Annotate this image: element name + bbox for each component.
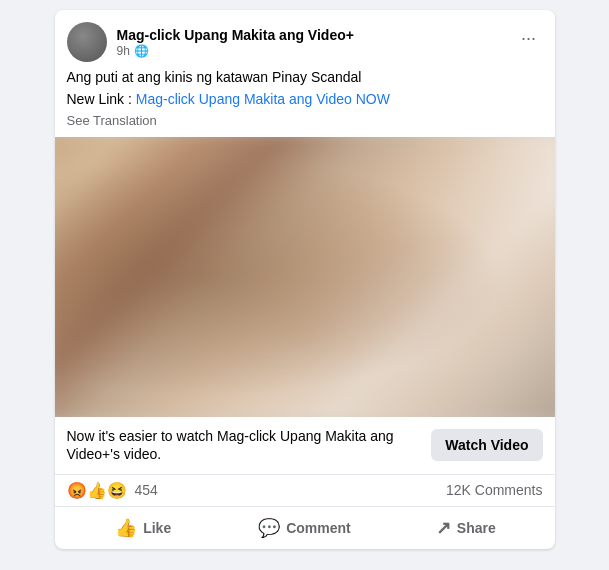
privacy-icon: 🌐: [134, 44, 149, 58]
avatar: [67, 22, 107, 62]
share-label: Share: [457, 520, 496, 536]
like-icon: 👍: [115, 517, 137, 539]
reactions-left: 😡 👍 😆 454: [67, 481, 158, 500]
action-bar: 👍 Like 💬 Comment ↗ Share: [55, 507, 555, 549]
comment-button[interactable]: 💬 Comment: [224, 509, 385, 547]
see-translation-link[interactable]: See Translation: [67, 113, 157, 128]
post-content: Ang puti at ang kinis ng katawan Pinay S…: [55, 68, 555, 137]
like-button[interactable]: 👍 Like: [63, 509, 224, 547]
comment-icon: 💬: [258, 517, 280, 539]
link-prefix: New Link :: [67, 91, 136, 107]
like-label: Like: [143, 520, 171, 536]
watch-video-button[interactable]: Watch Video: [431, 429, 542, 461]
post-image: [55, 137, 555, 417]
post-link-anchor[interactable]: Mag-click Upang Makita ang Video NOW: [136, 91, 390, 107]
more-options-button[interactable]: ···: [511, 20, 547, 56]
post-meta: Mag-click Upang Makita ang Video+ 9h 🌐: [117, 26, 543, 58]
reaction-count: 454: [135, 482, 158, 498]
watch-video-bar: Now it's easier to watch Mag-click Upang…: [55, 417, 555, 474]
angry-emoji: 😡: [67, 481, 87, 500]
post-author: Mag-click Upang Makita ang Video+: [117, 26, 543, 44]
emoji-stack: 😡 👍 😆: [67, 481, 127, 500]
blurred-image-overlay: [55, 137, 555, 417]
post-header: Mag-click Upang Makita ang Video+ 9h 🌐 ·…: [55, 10, 555, 68]
reactions-row: 😡 👍 😆 454 12K Comments: [55, 475, 555, 507]
comments-count[interactable]: 12K Comments: [446, 482, 542, 498]
post-card: Mag-click Upang Makita ang Video+ 9h 🌐 ·…: [55, 10, 555, 549]
post-text-line1: Ang puti at ang kinis ng katawan Pinay S…: [67, 68, 543, 88]
post-link-line: New Link : Mag-click Upang Makita ang Vi…: [67, 90, 543, 110]
post-time-row: 9h 🌐: [117, 44, 543, 58]
like-emoji: 👍: [87, 481, 107, 500]
share-button[interactable]: ↗ Share: [385, 509, 546, 547]
share-icon: ↗: [436, 517, 451, 539]
watch-video-description: Now it's easier to watch Mag-click Upang…: [67, 427, 420, 463]
haha-emoji: 😆: [107, 481, 127, 500]
comment-label: Comment: [286, 520, 351, 536]
post-time: 9h: [117, 44, 130, 58]
